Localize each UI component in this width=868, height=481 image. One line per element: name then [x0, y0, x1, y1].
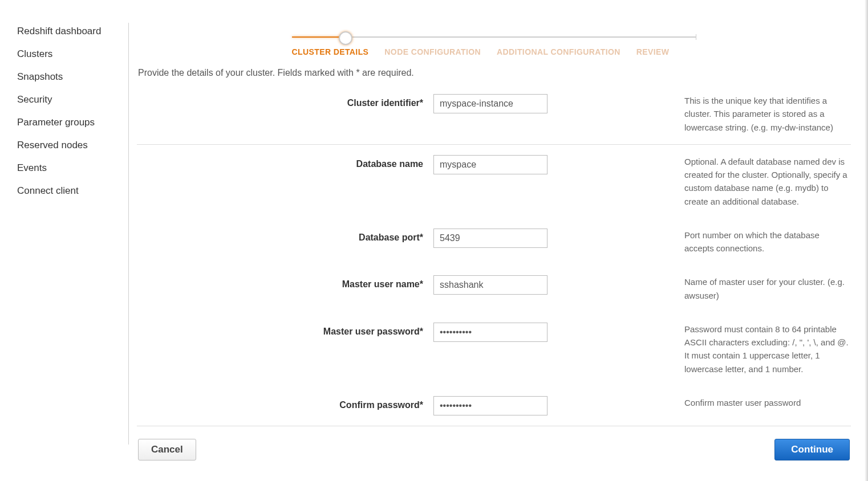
sidebar-item-clusters[interactable]: Clusters — [17, 43, 128, 66]
input-confirm-password[interactable] — [433, 396, 547, 415]
row-database-port: Database port* Port number on which the … — [137, 218, 851, 266]
input-database-name[interactable] — [433, 155, 547, 174]
sidebar-item-label: Reserved nodes — [17, 140, 88, 150]
input-database-port[interactable] — [433, 229, 547, 248]
input-master-user-name[interactable] — [433, 275, 547, 295]
wizard-progress: CLUSTER DETAILS NODE CONFIGURATION ADDIT… — [292, 31, 696, 56]
label-master-user-password: Master user password* — [137, 323, 433, 337]
wizard-step-cluster-details[interactable]: CLUSTER DETAILS — [292, 47, 369, 56]
row-master-user-name: Master user name* Name of master user fo… — [137, 265, 851, 312]
help-cluster-identifier: This is the unique key that identifies a… — [565, 94, 851, 134]
wizard-step-review[interactable]: REVIEW — [636, 47, 670, 56]
row-cluster-identifier: Cluster identifier* This is the unique k… — [137, 84, 851, 144]
help-master-user-password: Password must contain 8 to 64 printable … — [565, 323, 851, 376]
sidebar-item-label: Security — [17, 94, 52, 105]
row-database-name: Database name Optional. A default databa… — [137, 145, 851, 218]
intro-text: Provide the details of your cluster. Fie… — [137, 68, 851, 84]
label-database-name: Database name — [137, 155, 433, 169]
sidebar: Redshift dashboard Clusters Snapshots Se… — [0, 0, 128, 481]
help-database-name: Optional. A default database named dev i… — [565, 155, 851, 208]
sidebar-item-dashboard[interactable]: Redshift dashboard — [17, 20, 128, 43]
help-database-port: Port number on which the database accept… — [565, 229, 851, 255]
sidebar-item-label: Redshift dashboard — [17, 26, 101, 36]
wizard-step-node-configuration[interactable]: NODE CONFIGURATION — [384, 47, 481, 56]
sidebar-item-parameter-groups[interactable]: Parameter groups — [17, 111, 128, 134]
label-database-port: Database port* — [137, 229, 433, 243]
main-content: CLUSTER DETAILS NODE CONFIGURATION ADDIT… — [129, 0, 868, 481]
wizard-step-additional-configuration[interactable]: ADDITIONAL CONFIGURATION — [497, 47, 620, 56]
sidebar-item-label: Events — [17, 162, 47, 173]
sidebar-item-events[interactable]: Events — [17, 157, 128, 180]
sidebar-item-label: Connect client — [17, 185, 79, 196]
sidebar-item-reserved-nodes[interactable]: Reserved nodes — [17, 134, 128, 157]
label-cluster-identifier: Cluster identifier* — [137, 94, 433, 108]
sidebar-item-label: Snapshots — [17, 71, 63, 82]
cancel-button[interactable]: Cancel — [138, 439, 196, 460]
help-master-user-name: Name of master user for your cluster. (e… — [565, 275, 851, 302]
input-cluster-identifier[interactable] — [433, 94, 547, 113]
row-master-user-password: Master user password* Password must cont… — [137, 312, 851, 386]
sidebar-item-snapshots[interactable]: Snapshots — [17, 66, 128, 88]
sidebar-item-connect-client[interactable]: Connect client — [17, 180, 128, 202]
footer: Cancel Continue — [137, 426, 851, 460]
row-confirm-password: Confirm password* Confirm master user pa… — [137, 386, 851, 426]
edge-shadow — [865, 0, 868, 481]
label-confirm-password: Confirm password* — [137, 396, 433, 410]
help-confirm-password: Confirm master user password — [565, 396, 851, 409]
sidebar-item-label: Parameter groups — [17, 117, 95, 128]
sidebar-item-label: Clusters — [17, 48, 52, 59]
label-master-user-name: Master user name* — [137, 275, 433, 290]
continue-button[interactable]: Continue — [774, 439, 850, 460]
input-master-user-password[interactable] — [433, 323, 547, 342]
sidebar-item-security[interactable]: Security — [17, 88, 128, 111]
